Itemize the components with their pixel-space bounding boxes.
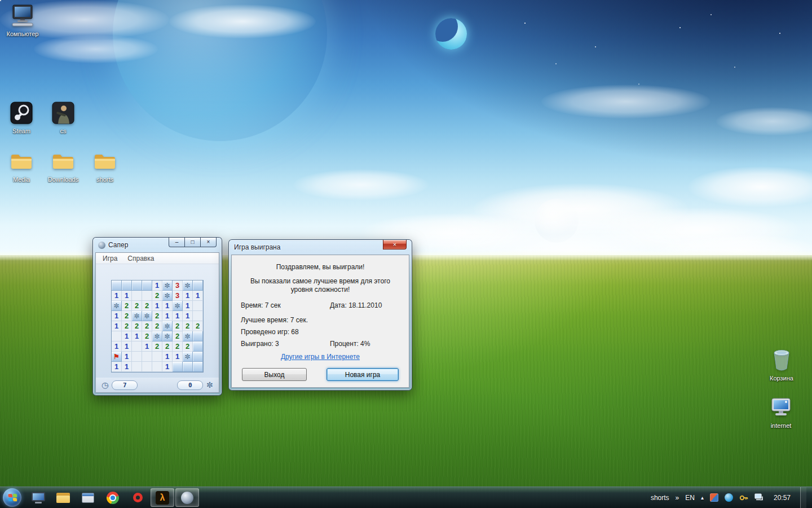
board-cell[interactable]: ⚑ [112, 352, 122, 362]
dialog-close-button[interactable]: × [383, 240, 407, 249]
board-cell[interactable]: 2 [132, 301, 142, 311]
board-cell[interactable]: 1 [162, 301, 173, 311]
board-cell[interactable]: 1 [183, 291, 193, 301]
board-cell[interactable]: ✼ [162, 281, 173, 291]
desktop-icon-shorts[interactable]: shorts [83, 149, 126, 184]
key-tray-icon[interactable] [739, 493, 748, 502]
board-cell[interactable]: 1 [122, 331, 132, 341]
board-cell[interactable]: 2 [183, 321, 193, 331]
board-cell[interactable] [142, 362, 152, 372]
board-cell[interactable] [193, 341, 203, 352]
board-cell[interactable]: 1 [122, 352, 132, 362]
board-cell[interactable]: 2 [173, 321, 183, 331]
board-cell[interactable]: 2 [173, 331, 183, 341]
board-cell[interactable]: 1 [162, 362, 173, 372]
board-cell[interactable] [193, 352, 203, 362]
board-cell[interactable]: ✼ [132, 311, 142, 321]
taskbar-computer-button[interactable] [27, 488, 50, 507]
network-tray-icon[interactable] [754, 493, 764, 502]
board-cell[interactable]: 2 [122, 321, 132, 331]
desktop-icon-cs[interactable]: cs [42, 100, 85, 135]
board-cell[interactable]: ✼ [183, 281, 193, 291]
taskbar-minesweeper-button[interactable] [175, 488, 199, 507]
board-cell[interactable]: 1 [173, 352, 183, 362]
board-cell[interactable]: 2 [142, 321, 152, 331]
taskbar-app-window-button[interactable] [76, 488, 100, 507]
board-cell[interactable]: 1 [152, 281, 162, 291]
board-cell[interactable] [132, 291, 142, 301]
desktop-icon-internet[interactable]: internet [760, 395, 802, 430]
board-cell[interactable] [122, 281, 132, 291]
board-cell[interactable]: 1 [122, 362, 132, 372]
board-cell[interactable]: 2 [193, 321, 203, 331]
board-cell[interactable]: 1 [112, 291, 122, 301]
taskbar-chrome-button[interactable] [101, 488, 125, 507]
board-cell[interactable]: 1 [173, 311, 183, 321]
board-cell[interactable]: 1 [122, 291, 132, 301]
board-cell[interactable] [152, 352, 162, 362]
board-cell[interactable] [193, 281, 203, 291]
board-cell[interactable]: 1 [162, 311, 173, 321]
board-cell[interactable]: 1 [142, 341, 152, 352]
board-cell[interactable]: 2 [122, 311, 132, 321]
board-cell[interactable]: 1 [132, 331, 142, 341]
board-cell[interactable] [142, 291, 152, 301]
desktop-icon-recycle-bin[interactable]: Корзина [760, 348, 803, 383]
board-cell[interactable]: 3 [173, 291, 183, 301]
board-cell[interactable]: 3 [173, 281, 183, 291]
board-cell[interactable] [193, 362, 203, 372]
board-cell[interactable] [193, 331, 203, 341]
board-cell[interactable] [112, 331, 122, 341]
board-cell[interactable]: ✼ [173, 301, 183, 311]
board-cell[interactable]: ✼ [162, 291, 173, 301]
board-cell[interactable]: 2 [173, 341, 183, 352]
start-button[interactable] [3, 488, 21, 507]
maximize-button[interactable]: □ [185, 238, 201, 247]
board-cell[interactable]: 2 [122, 301, 132, 311]
desktop-icon-media[interactable]: Media [0, 149, 43, 184]
board-cell[interactable]: ✼ [162, 321, 173, 331]
language-indicator[interactable]: EN [685, 494, 695, 502]
minimize-button[interactable]: – [169, 238, 185, 247]
tray-app-icon[interactable] [710, 493, 718, 502]
board-cell[interactable]: ✼ [152, 331, 162, 341]
desktop-icon-steam[interactable]: Steam [0, 100, 43, 135]
taskbar-opera-button[interactable] [126, 488, 149, 507]
board-cell[interactable] [132, 362, 142, 372]
board-cell[interactable]: 1 [122, 341, 132, 352]
board-cell[interactable]: 1 [152, 301, 162, 311]
desktop-icon-downloads[interactable]: Downloads [42, 149, 85, 184]
board-cell[interactable] [132, 341, 142, 352]
menu-game[interactable]: Игра [98, 254, 122, 263]
board-cell[interactable] [193, 311, 203, 321]
show-hidden-icons-button[interactable]: ▴ [701, 494, 704, 501]
board-cell[interactable]: 2 [142, 331, 152, 341]
desktop-icon-computer[interactable]: Компьютер [1, 3, 44, 38]
toolbar-chevron-icon[interactable]: » [676, 494, 679, 502]
more-games-link[interactable]: Другие игры в Интернете [281, 353, 360, 361]
board-cell[interactable]: ✼ [162, 331, 173, 341]
board-cell[interactable]: 2 [152, 341, 162, 352]
board-cell[interactable] [142, 281, 152, 291]
board-cell[interactable] [183, 362, 193, 372]
board-cell[interactable]: 2 [183, 341, 193, 352]
taskbar-clock[interactable]: 20:57 [770, 494, 794, 502]
taskbar-half-life-button[interactable]: λ [151, 488, 174, 507]
board-cell[interactable]: 1 [162, 352, 173, 362]
close-button[interactable]: × [201, 238, 217, 247]
board-cell[interactable]: ✼ [183, 352, 193, 362]
board-cell[interactable] [173, 362, 183, 372]
board-cell[interactable]: 1 [112, 362, 122, 372]
board-cell[interactable] [152, 362, 162, 372]
board-cell[interactable]: 2 [162, 341, 173, 352]
board-cell[interactable]: 2 [152, 291, 162, 301]
exit-button[interactable]: Выход [242, 368, 307, 381]
board-cell[interactable]: 2 [132, 321, 142, 331]
board-cell[interactable]: 1 [112, 321, 122, 331]
messenger-tray-icon[interactable] [725, 493, 733, 502]
board-cell[interactable]: 2 [152, 311, 162, 321]
board-cell[interactable] [132, 352, 142, 362]
board-cell[interactable] [132, 281, 142, 291]
board-cell[interactable]: 1 [183, 301, 193, 311]
board-cell[interactable] [193, 301, 203, 311]
